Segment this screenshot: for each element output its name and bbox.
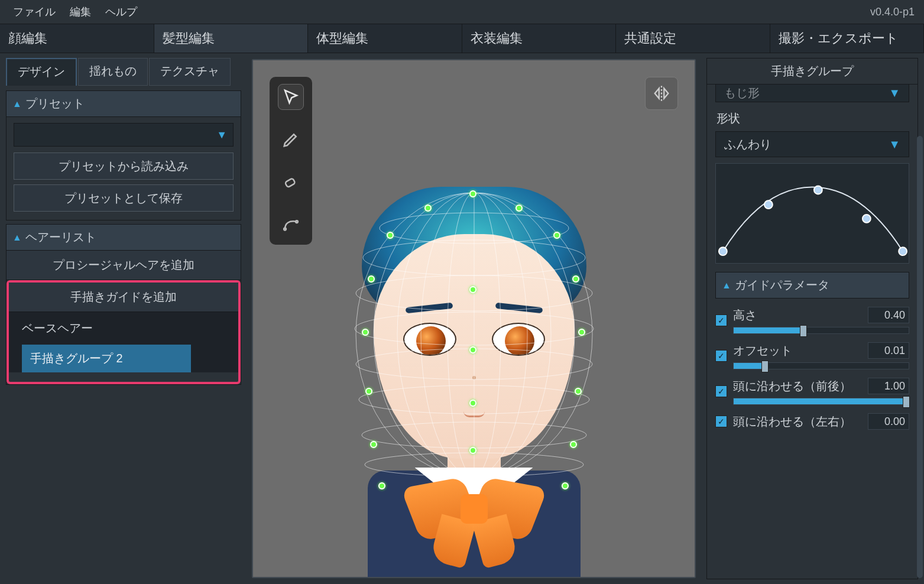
shape-dropdown-value: ふんわり <box>724 137 771 153</box>
svg-point-21 <box>863 215 871 223</box>
param-checkbox[interactable]: ✓ <box>715 314 727 326</box>
param-label: 頭に沿わせる（左右） <box>733 414 851 430</box>
tab-common-settings[interactable]: 共通設定 <box>616 24 770 53</box>
right-panel: 手描きグループ もじ形 ▼ 形状 ふんわり ▼ <box>701 53 924 584</box>
subtab-texture[interactable]: テクスチャ <box>149 58 231 86</box>
param-checkbox[interactable]: ✓ <box>715 416 727 427</box>
mirror-toggle[interactable] <box>645 77 678 110</box>
param-row-height: ✓ 高さ 0.40 <box>715 307 909 334</box>
pencil-tool[interactable] <box>278 126 304 153</box>
param-value-input[interactable]: 0.40 <box>868 307 909 323</box>
caret-down-icon: ▼ <box>216 129 227 141</box>
curve-tool[interactable] <box>278 212 304 238</box>
collapse-icon: ▲ <box>722 280 731 291</box>
section-preset-header[interactable]: ▲ プリセット <box>6 90 241 117</box>
hair-item-group-2[interactable]: 手描きグループ 2 <box>22 345 191 372</box>
caret-down-icon: ▼ <box>889 86 900 100</box>
svg-point-18 <box>719 247 727 255</box>
caret-down-icon: ▼ <box>889 138 900 151</box>
param-value-input[interactable]: 1.00 <box>868 378 909 394</box>
collapse-icon: ▲ <box>12 232 22 243</box>
menu-file[interactable]: ファイル <box>6 1 63 22</box>
menu-bar: ファイル 編集 ヘルプ v0.4.0-p1 <box>0 0 924 24</box>
param-label: 頭に沿わせる（前後） <box>733 378 851 394</box>
left-panel: デザイン 揺れもの テクスチャ ▲ プリセット ▼ プリセットから読み込み プリ… <box>0 53 247 584</box>
top-tabs: 顔編集 髪型編集 体型編集 衣装編集 共通設定 撮影・エクスポート <box>0 24 924 53</box>
param-slider[interactable] <box>733 398 909 405</box>
section-preset-label: プリセット <box>25 96 85 112</box>
character-model <box>309 187 640 577</box>
svg-rect-14 <box>285 178 296 187</box>
param-slider[interactable] <box>733 327 909 334</box>
tab-hair-edit[interactable]: 髪型編集 <box>154 24 309 53</box>
shape-dropdown[interactable]: ふんわり ▼ <box>715 131 909 157</box>
right-panel-title: 手描きグループ <box>706 58 918 85</box>
section-guide-params-header[interactable]: ▲ ガイドパラメータ <box>715 272 909 299</box>
tab-export[interactable]: 撮影・エクスポート <box>770 24 925 53</box>
param-row-fit-front-back: ✓ 頭に沿わせる（前後） 1.00 <box>715 378 909 405</box>
type-dropdown[interactable]: もじ形 ▼ <box>715 85 909 102</box>
3d-viewport[interactable] <box>252 59 696 578</box>
param-row-offset: ✓ オフセット 0.01 <box>715 342 909 369</box>
section-hairlist-header[interactable]: ▲ ヘアーリスト <box>6 224 241 251</box>
svg-point-22 <box>899 247 907 255</box>
svg-point-19 <box>764 200 773 209</box>
subtab-design[interactable]: デザイン <box>6 58 77 86</box>
section-guide-params-label: ガイドパラメータ <box>735 277 829 293</box>
menu-help[interactable]: ヘルプ <box>98 1 144 22</box>
param-value-input[interactable]: 0.00 <box>868 413 909 430</box>
tab-face-edit[interactable]: 顔編集 <box>0 24 154 53</box>
param-checkbox[interactable]: ✓ <box>715 385 727 397</box>
param-label: オフセット <box>733 343 792 359</box>
load-preset-button[interactable]: プリセットから読み込み <box>14 153 234 180</box>
shape-label: 形状 <box>715 108 909 131</box>
add-procedural-hair-button[interactable]: プロシージャルヘアを追加 <box>7 251 241 280</box>
collapse-icon: ▲ <box>12 99 22 109</box>
cursor-tool[interactable] <box>278 84 304 110</box>
curve-editor[interactable] <box>715 163 909 264</box>
menu-edit[interactable]: 編集 <box>63 1 98 22</box>
type-dropdown-value: もじ形 <box>724 85 760 101</box>
param-slider[interactable] <box>733 362 909 369</box>
param-value-input[interactable]: 0.01 <box>868 342 909 359</box>
param-row-fit-left-right: ✓ 頭に沿わせる（左右） 0.00 <box>715 413 909 430</box>
scrollbar[interactable] <box>917 136 923 578</box>
eraser-tool[interactable] <box>278 169 304 195</box>
highlighted-region: 手描きガイドを追加 ベースヘアー 手描きグループ 2 <box>7 280 241 384</box>
version-label: v0.4.0-p1 <box>870 6 918 18</box>
subtab-sway[interactable]: 揺れもの <box>78 58 148 86</box>
hair-item-base[interactable]: ベースヘアー <box>9 312 238 345</box>
save-preset-button[interactable]: プリセットとして保存 <box>14 184 234 212</box>
param-label: 高さ <box>733 307 757 323</box>
tab-body-edit[interactable]: 体型編集 <box>308 24 462 53</box>
param-checkbox[interactable]: ✓ <box>715 350 727 362</box>
viewport-toolbar <box>270 77 312 245</box>
section-hairlist-label: ヘアーリスト <box>25 229 96 245</box>
tab-outfit-edit[interactable]: 衣装編集 <box>462 24 617 53</box>
preset-dropdown[interactable]: ▼ <box>14 123 234 147</box>
add-handdrawn-guide-button[interactable]: 手描きガイドを追加 <box>9 283 238 312</box>
svg-point-16 <box>296 220 298 223</box>
svg-point-20 <box>814 186 822 194</box>
